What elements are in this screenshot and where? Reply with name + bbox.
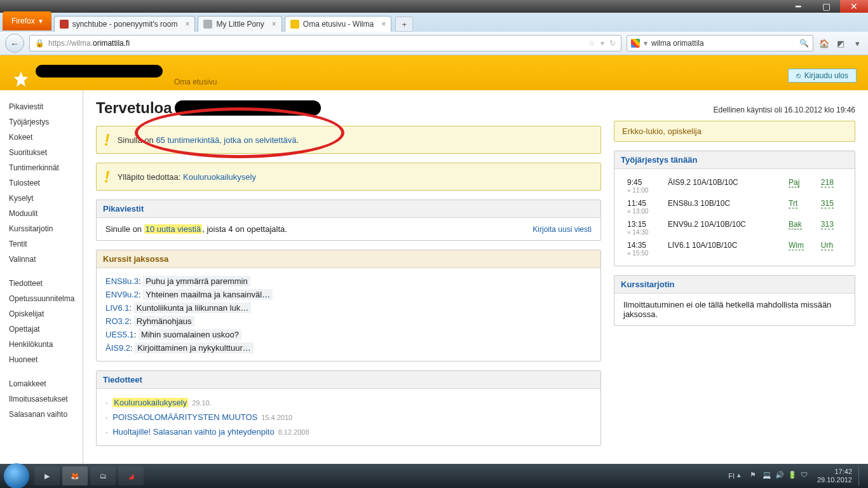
new-messages-link[interactable]: 10 uutta viestiä — [144, 224, 202, 234]
sidebar-item[interactable]: Tulosteet — [0, 175, 83, 191]
course-code[interactable]: LIV6.1 — [105, 303, 130, 313]
sidebar-item[interactable]: Opetussuunnitelma — [0, 291, 83, 306]
course-code[interactable]: ENS8u.3 — [105, 276, 139, 286]
page-title: Tervetuloa — [96, 99, 321, 117]
home-breadcrumb[interactable]: Oma etusivu — [174, 78, 217, 86]
tab-close-icon[interactable]: × — [272, 20, 276, 29]
sidebar-item[interactable]: Tentit — [0, 236, 83, 252]
sidebar-item[interactable]: Salasanan vaihto — [0, 407, 83, 422]
bulletin-link[interactable]: Kouluruokailukysely — [112, 398, 188, 407]
course-item[interactable]: RO3.2: Ryhmänohjaus — [105, 315, 592, 328]
home-icon[interactable]: 🏠 — [818, 37, 830, 49]
new-tab-button[interactable]: + — [395, 17, 413, 32]
tray-action-center-icon[interactable]: ⚑ — [750, 471, 760, 481]
sidebar-item[interactable]: Opiskelijat — [0, 306, 83, 322]
tt-room-link[interactable]: 315 — [821, 199, 834, 208]
course-item[interactable]: ENV9u.2: Yhteinen maailma ja kansainväl… — [105, 288, 592, 301]
sidebar-item[interactable]: Moduulit — [0, 206, 83, 221]
sidebar-item[interactable]: Valinnat — [0, 252, 83, 267]
attendance-alert-link[interactable]: 65 tuntimerkintää, jotka on selvitettävä — [156, 135, 296, 145]
sidebar-item[interactable]: Pikaviestit — [0, 99, 83, 114]
admin-announce-link[interactable]: Kouluruokailukysely — [183, 172, 256, 182]
taskbar-clock[interactable]: 17:42 29.10.2012 — [817, 468, 852, 484]
browser-tab[interactable]: Oma etusivu - Wilma× — [285, 16, 391, 32]
role-box: Erkko-lukio, opiskelija — [614, 121, 855, 142]
tray-battery-icon[interactable]: 🔋 — [788, 471, 798, 481]
taskbar-app-firefox[interactable]: 🦊 — [62, 466, 88, 485]
start-button[interactable] — [4, 463, 29, 488]
sidebar-item[interactable]: Tiedotteet — [0, 276, 83, 291]
bookmark-star-icon[interactable]: ☆ — [588, 39, 595, 48]
sidebar-item[interactable]: Ilmoitusasetukset — [0, 391, 83, 407]
course-item[interactable]: UES5.1: Mihin suomalainen uskoo? — [105, 328, 592, 341]
window-close-button[interactable]: ✕ — [840, 0, 868, 13]
sidebar-item[interactable]: Kyselyt — [0, 191, 83, 206]
course-code[interactable]: ENV9u.2 — [105, 290, 139, 299]
course-item[interactable]: ÄIS9.2: Kirjoittaminen ja nykykulttuur… — [105, 341, 592, 355]
url-text: https://wilma.orimattila.fi — [48, 39, 130, 48]
tray-security-icon[interactable]: 🛡 — [801, 471, 811, 481]
redacted-user-name — [36, 65, 163, 78]
tt-teacher-link[interactable]: Wim — [789, 241, 804, 250]
tray-show-hidden-icon[interactable]: ▴ — [737, 471, 747, 481]
tab-close-icon[interactable]: × — [185, 20, 189, 29]
sidebar-item[interactable]: Opettajat — [0, 322, 83, 337]
taskbar-app-mediaplayer[interactable]: ▶ — [34, 466, 60, 485]
tray-network-icon[interactable]: 💻 — [763, 471, 773, 481]
course-item[interactable]: ENS8u.3: Puhu ja ymmärrä paremmin — [105, 274, 592, 288]
course-name: Yhteinen maailma ja kansainväl… — [143, 289, 273, 300]
tt-teacher-link[interactable]: Bak — [789, 220, 802, 229]
sidebar-item[interactable]: Huoneet — [0, 352, 83, 367]
bulletin-link[interactable]: Huoltajille! Salasanan vaihto ja yhteyde… — [112, 427, 274, 437]
compose-message-link[interactable]: Kirjoita uusi viesti — [532, 225, 592, 234]
sidebar-item[interactable]: Henkilökunta — [0, 337, 83, 352]
tt-teacher-link[interactable]: Paj — [789, 178, 799, 187]
window-minimize-button[interactable]: ━ — [784, 0, 812, 13]
course-name: Mihin suomalainen uskoo? — [139, 329, 241, 340]
course-code[interactable]: RO3.2 — [105, 316, 130, 326]
tt-teacher-link[interactable]: Trt — [789, 199, 797, 208]
browser-tab[interactable]: synchtube - ponenyymit's room× — [54, 16, 196, 32]
logout-button[interactable]: ⎋ Kirjaudu ulos — [788, 69, 857, 83]
tt-room-link[interactable]: Urh — [821, 241, 833, 250]
sidebar-item[interactable]: Suoritukset — [0, 145, 83, 160]
dropdown-indicator-icon[interactable]: ▾ — [600, 39, 604, 48]
firefox-menu-button[interactable]: Firefox ▾ — [3, 11, 51, 30]
course-code[interactable]: UES5.1 — [105, 330, 134, 339]
browser-tab[interactable]: My Little Pony× — [198, 16, 281, 32]
sidebar-item[interactable]: Työjärjestys — [0, 114, 83, 130]
chevron-down-icon[interactable]: ▾ — [851, 37, 863, 49]
tab-close-icon[interactable]: × — [381, 20, 386, 29]
sidebar-item[interactable]: Kokeet — [0, 130, 83, 145]
bulletin-date: 15.4.2010 — [261, 414, 292, 421]
reload-icon[interactable]: ↻ — [609, 39, 616, 48]
course-item[interactable]: LIV6.1: Kuntoliikunta ja liikunnan luk… — [105, 301, 592, 315]
bulletin-link[interactable]: POISSAOLOMÄÄRITYSTEN MUUTOS — [112, 412, 257, 422]
chevron-down-icon: ▾ — [39, 17, 43, 25]
tt-room-link[interactable]: 218 — [821, 178, 834, 187]
language-indicator[interactable]: FI — [728, 472, 735, 480]
search-icon[interactable]: 🔍 — [799, 39, 809, 48]
sidebar-item[interactable]: Tuntimerkinnät — [0, 160, 83, 175]
tray-volume-icon[interactable]: 🔊 — [775, 471, 785, 481]
coursetray-heading: Kurssitarjotin — [614, 276, 855, 294]
course-code[interactable]: ÄIS9.2 — [105, 343, 130, 353]
show-desktop-button[interactable] — [858, 466, 864, 485]
tt-time: 14:35» 15:50 — [623, 238, 664, 259]
course-name: Kirjoittaminen ja nykykulttuur… — [135, 342, 253, 353]
addon-icon[interactable]: ◩ — [835, 37, 846, 49]
back-button[interactable]: ← — [5, 34, 24, 53]
window-maximize-button[interactable]: ▢ — [812, 0, 840, 13]
url-bar[interactable]: 🔒 https://wilma.orimattila.fi ☆ ▾ ↻ — [29, 35, 621, 51]
tt-room-link[interactable]: 313 — [821, 220, 834, 229]
dropdown-indicator-icon[interactable]: ▾ — [644, 39, 648, 48]
browser-search-bar[interactable]: ▾ wilma orimattila 🔍 — [627, 35, 813, 51]
taskbar-app-explorer[interactable]: 🗂 — [90, 466, 116, 485]
wilma-logo-star-icon — [11, 70, 31, 89]
taskbar-app-game[interactable]: ◢ — [118, 466, 144, 485]
course-name: Ryhmänohjaus — [134, 316, 194, 327]
sidebar-item[interactable]: Kurssitarjotin — [0, 221, 83, 236]
sidebar-item[interactable]: Lomakkeet — [0, 376, 83, 391]
redacted-name-in-title — [175, 100, 321, 116]
timetable-row: 9:45» 11:00ÄIS9.2 10A/10B/10CPaj218 — [623, 175, 846, 196]
